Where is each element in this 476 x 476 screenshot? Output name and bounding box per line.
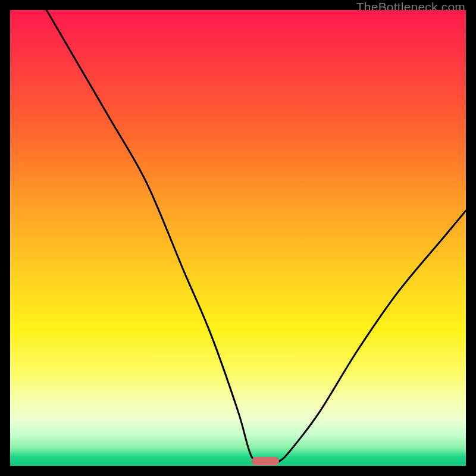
optimal-range-marker <box>252 457 279 465</box>
bottleneck-curve <box>10 10 466 466</box>
plot-area <box>10 10 466 466</box>
chart-frame: TheBottleneck.com <box>0 0 476 476</box>
